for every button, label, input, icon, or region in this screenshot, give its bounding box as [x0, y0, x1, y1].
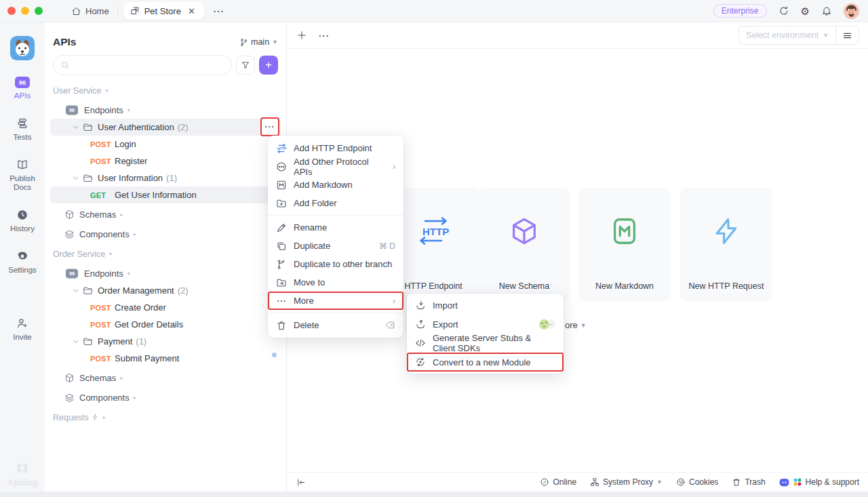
rail-item-settings[interactable]: Settings [2, 250, 43, 275]
publish-docs-icon [16, 159, 28, 171]
submenu-chevron-icon: › [393, 296, 395, 306]
window-controls[interactable] [0, 7, 52, 15]
help-support-link[interactable]: Help & support [779, 477, 859, 488]
tab-pet-store[interactable]: Pet Store ✕ [123, 2, 204, 20]
trash-button[interactable]: Trash [732, 477, 765, 487]
proxy-network-icon [590, 477, 599, 487]
chevron-down-icon: ▼ [272, 39, 278, 45]
tab-label: Pet Store [144, 6, 181, 16]
search-icon [60, 60, 70, 70]
collapse-sidebar-button[interactable] [296, 477, 306, 488]
search-input[interactable] [74, 60, 224, 71]
menu-item-move-to[interactable]: Move to [268, 273, 403, 292]
menu-item-add-other-protocol-apis[interactable]: Add Other Protocol APIs › [268, 157, 403, 176]
chevron-down-icon[interactable] [72, 287, 79, 294]
rail-item-apis[interactable]: 96 APIs [2, 77, 43, 101]
submenu-item-generate-server-stubs[interactable]: Generate Server Stubs & Client SDKs [407, 334, 564, 353]
tree-module-endpoints[interactable]: 96 Endpoints ▾ [50, 102, 281, 119]
environment-menu-button[interactable] [836, 31, 859, 41]
submenu-chevron-icon: › [393, 162, 395, 172]
tree-group-requests[interactable]: Requests ▸ [50, 409, 281, 426]
tree-module-components[interactable]: Components ▸ [50, 389, 281, 406]
cookie-icon [676, 477, 686, 487]
filter-button[interactable] [236, 56, 255, 75]
home-tab[interactable]: Home [52, 0, 117, 22]
tree-endpoint-login[interactable]: POST Login [50, 136, 281, 153]
rail-item-history[interactable]: History [2, 209, 43, 234]
svg-text:HTTP: HTTP [422, 226, 449, 237]
rail-item-publish-docs[interactable]: Publish Docs [2, 159, 43, 193]
branch-icon [239, 38, 248, 47]
trash-icon [732, 477, 741, 487]
close-tab-icon[interactable]: ✕ [186, 6, 197, 16]
zoom-window-button[interactable] [35, 7, 43, 15]
apidog-brand: Apidog [7, 460, 38, 488]
chevron-down-icon: ▼ [580, 322, 587, 329]
rail-item-invite[interactable]: Invite [2, 317, 43, 342]
enterprise-badge[interactable]: Enterprise [713, 4, 767, 18]
menu-item-add-markdown[interactable]: Add Markdown [268, 176, 403, 194]
chevron-down-icon[interactable] [72, 123, 79, 131]
rename-pencil-icon [276, 222, 287, 233]
tree-module-endpoints[interactable]: 96 Endpoints ▾ [50, 265, 281, 282]
environment-selector[interactable]: Select environment ▼ [739, 31, 835, 40]
submenu-item-export[interactable]: Export − [407, 315, 564, 334]
tree-group-order-service[interactable]: Order Service ▾ [50, 245, 281, 262]
menu-item-duplicate-to-other-branch[interactable]: Duplicate to other branch [268, 255, 403, 273]
tree-folder-order-management[interactable]: Order Management (2) [50, 282, 281, 299]
folder-icon [83, 285, 93, 296]
export-icon [415, 319, 426, 330]
close-window-button[interactable] [7, 7, 16, 15]
card-new-http-request[interactable]: New HTTP Request [680, 188, 772, 302]
tree-group-user-service[interactable]: User Service ▾ [50, 82, 281, 99]
tree-endpoint-get-order-details[interactable]: POST Get Order Details [50, 316, 281, 333]
menu-item-duplicate[interactable]: Duplicate ⌘ D [268, 237, 403, 255]
menu-item-add-folder[interactable]: Add Folder [268, 194, 403, 212]
online-status[interactable]: Online [540, 477, 576, 487]
submenu-item-convert-to-new-module[interactable]: Convert to a new Module [407, 353, 564, 372]
cookies-button[interactable]: Cookies [676, 477, 718, 487]
search-box[interactable] [53, 55, 232, 75]
tree-module-schemas[interactable]: Schemas ▸ [50, 206, 281, 223]
project-avatar[interactable] [10, 36, 35, 60]
protocols-icon [276, 161, 287, 172]
user-avatar[interactable] [844, 3, 859, 19]
main-tabs-more-button[interactable]: ··· [319, 31, 330, 41]
tree-endpoint-create-order[interactable]: POST Create Order [50, 299, 281, 316]
bell-icon[interactable] [821, 5, 832, 16]
card-new-schema[interactable]: New Schema [478, 188, 570, 302]
tree-folder-user-authentication[interactable]: User Authentication (2) ··· [50, 119, 281, 136]
chevron-down-icon[interactable] [72, 174, 79, 182]
tree-module-schemas[interactable]: Schemas ▸ [50, 370, 281, 386]
system-proxy-selector[interactable]: System Proxy ▼ [590, 477, 663, 487]
menu-item-delete[interactable]: Delete [268, 316, 403, 334]
folder-more-button[interactable]: ··· [262, 119, 277, 134]
tree-folder-user-information[interactable]: User Information (1) [50, 170, 281, 186]
gear-icon[interactable]: ⚙ [801, 6, 810, 16]
tree-endpoint-get-user-information[interactable]: GET Get User Information [50, 186, 281, 203]
caret-icon: ▾ [127, 107, 130, 113]
tree-module-components[interactable]: Components ▸ [50, 226, 281, 243]
caret-icon: ▾ [127, 271, 130, 277]
tree-endpoint-register[interactable]: POST Register [50, 153, 281, 170]
caret-icon: ▾ [106, 87, 108, 94]
new-tab-button[interactable] [296, 30, 307, 41]
convert-module-icon [415, 357, 426, 367]
refresh-icon[interactable] [778, 5, 789, 16]
more-templates-dropdown[interactable]: ore ▼ [565, 320, 587, 330]
menu-item-add-http-endpoint[interactable]: HTTP Add HTTP Endpoint [268, 139, 403, 157]
tree-folder-payment[interactable]: Payment (1) [50, 333, 281, 350]
rail-item-tests[interactable]: Tests [2, 117, 43, 142]
tabs-more-button[interactable]: ··· [214, 6, 224, 16]
chevron-down-icon[interactable] [72, 338, 79, 345]
window-bottom-edge [0, 492, 868, 497]
branch-selector[interactable]: main ▼ [239, 37, 278, 47]
tree-endpoint-submit-payment[interactable]: POST Submit Payment [50, 350, 281, 367]
menu-item-more[interactable]: More › [268, 292, 403, 310]
discord-icon [779, 477, 789, 488]
menu-item-rename[interactable]: Rename [268, 218, 403, 237]
submenu-item-import[interactable]: Import [407, 296, 564, 315]
card-new-markdown[interactable]: New Markdown [578, 188, 671, 302]
minimize-window-button[interactable] [21, 7, 29, 15]
add-resource-button[interactable]: + [259, 56, 278, 75]
